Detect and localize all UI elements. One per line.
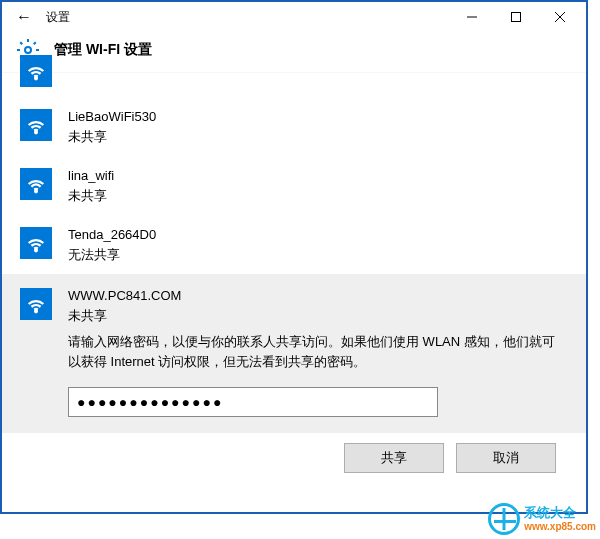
watermark-url: www.xp85.com — [524, 521, 596, 532]
wifi-icon — [20, 288, 52, 320]
svg-point-9 — [35, 310, 37, 312]
back-button[interactable]: ← — [16, 8, 32, 26]
share-help-text: 请输入网络密码，以便与你的联系人共享访问。如果他们使用 WLAN 感知，他们就可… — [68, 332, 568, 372]
password-input[interactable] — [68, 387, 438, 417]
svg-rect-1 — [512, 13, 521, 22]
cancel-button[interactable]: 取消 — [456, 443, 556, 473]
wifi-name: Tenda_2664D0 — [68, 225, 156, 245]
svg-point-6 — [35, 131, 37, 133]
wifi-status: 未共享 — [68, 186, 114, 206]
page-title: 管理 WI-FI 设置 — [54, 41, 152, 59]
titlebar: ← 设置 — [2, 2, 586, 32]
svg-point-5 — [35, 77, 37, 79]
page-header: 管理 WI-FI 设置 — [2, 32, 586, 73]
wifi-name: lina_wifi — [68, 166, 114, 186]
window-title: 设置 — [46, 9, 70, 26]
dialog-buttons: 共享 取消 — [2, 433, 586, 477]
wifi-item-expanded: WWW.PC841.COM 未共享 请输入网络密码，以便与你的联系人共享访问。如… — [2, 274, 586, 433]
watermark: 系统大全 www.xp85.com — [488, 503, 596, 535]
maximize-button[interactable] — [494, 3, 538, 31]
share-button[interactable]: 共享 — [344, 443, 444, 473]
svg-point-8 — [35, 249, 37, 251]
wifi-name: LieBaoWiFi530 — [68, 107, 156, 127]
wifi-icon — [20, 227, 52, 259]
wifi-icon — [20, 55, 52, 87]
svg-point-4 — [25, 47, 31, 53]
settings-window: ← 设置 管理 WI-FI 设置 — [0, 0, 588, 514]
wifi-item[interactable]: LieBaoWiFi530 未共享 — [2, 97, 586, 156]
minimize-button[interactable] — [450, 3, 494, 31]
wifi-status: 无法共享 — [68, 245, 156, 265]
svg-point-7 — [35, 190, 37, 192]
wifi-status: 未共享 — [68, 127, 156, 147]
wifi-list: LieBaoWiFi530 未共享 lina_wifi 未共享 Tenda_26… — [2, 73, 586, 477]
wifi-item[interactable]: lina_wifi 未共享 — [2, 156, 586, 215]
watermark-brand: 系统大全 — [524, 506, 596, 520]
wifi-icon — [20, 109, 52, 141]
wifi-name: WWW.PC841.COM — [68, 286, 568, 306]
wifi-status: 未共享 — [68, 306, 568, 326]
watermark-logo-icon — [488, 503, 520, 535]
close-button[interactable] — [538, 3, 582, 31]
wifi-icon — [20, 168, 52, 200]
wifi-item-partial[interactable] — [2, 73, 586, 97]
wifi-item[interactable]: Tenda_2664D0 无法共享 — [2, 215, 586, 274]
